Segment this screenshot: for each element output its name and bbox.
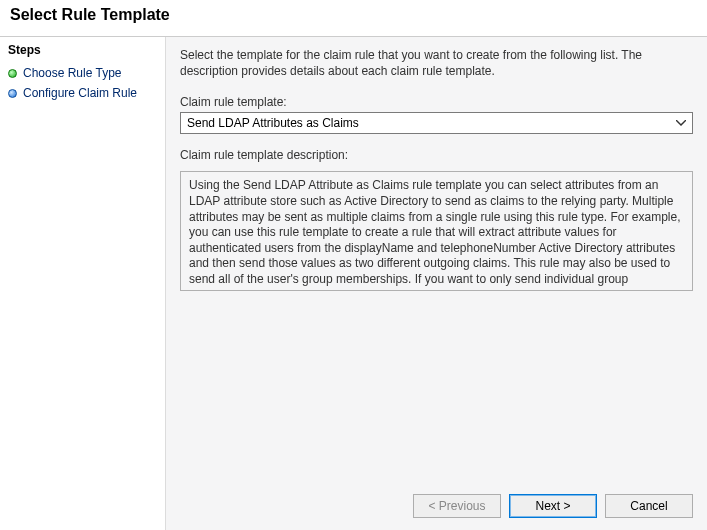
dropdown-selected-value: Send LDAP Attributes as Claims bbox=[187, 116, 359, 130]
button-row: < Previous Next > Cancel bbox=[180, 484, 693, 530]
template-label: Claim rule template: bbox=[180, 95, 693, 109]
wizard-window: Select Rule Template Steps Choose Rule T… bbox=[0, 0, 707, 530]
step-label: Choose Rule Type bbox=[23, 66, 122, 80]
chevron-down-icon bbox=[674, 116, 688, 130]
step-configure-claim-rule[interactable]: Configure Claim Rule bbox=[8, 83, 157, 103]
intro-text: Select the template for the claim rule t… bbox=[180, 47, 693, 79]
spacer bbox=[180, 291, 693, 484]
claim-rule-template-dropdown[interactable]: Send LDAP Attributes as Claims bbox=[180, 112, 693, 134]
page-title: Select Rule Template bbox=[10, 6, 697, 24]
step-pending-icon bbox=[8, 89, 17, 98]
description-label: Claim rule template description: bbox=[180, 148, 693, 162]
steps-sidebar: Steps Choose Rule Type Configure Claim R… bbox=[0, 37, 165, 530]
step-choose-rule-type[interactable]: Choose Rule Type bbox=[8, 63, 157, 83]
previous-button: < Previous bbox=[413, 494, 501, 518]
steps-heading: Steps bbox=[8, 43, 157, 57]
step-active-icon bbox=[8, 69, 17, 78]
cancel-button[interactable]: Cancel bbox=[605, 494, 693, 518]
content-area: Steps Choose Rule Type Configure Claim R… bbox=[0, 36, 707, 530]
next-button[interactable]: Next > bbox=[509, 494, 597, 518]
template-description-text: Using the Send LDAP Attribute as Claims … bbox=[189, 178, 681, 291]
step-label: Configure Claim Rule bbox=[23, 86, 137, 100]
title-area: Select Rule Template bbox=[0, 0, 707, 36]
template-description-box: Using the Send LDAP Attribute as Claims … bbox=[180, 171, 693, 291]
main-panel: Select the template for the claim rule t… bbox=[165, 37, 707, 530]
